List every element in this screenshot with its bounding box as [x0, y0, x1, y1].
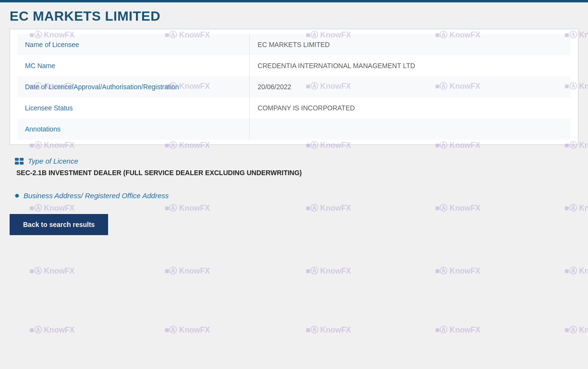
svg-rect-0: [15, 158, 19, 161]
page-title: EC MARKETS LIMITED: [0, 0, 588, 29]
table-row: Date of Licence/Approval/Authorisation/R…: [17, 76, 571, 97]
table-label-cell: Date of Licence/Approval/Authorisation/R…: [17, 76, 250, 97]
watermark: ■Ⓐ KnowFX: [165, 203, 210, 214]
watermark: ■Ⓐ KnowFX: [435, 266, 480, 276]
watermark: ■Ⓐ KnowFX: [306, 325, 351, 335]
watermark: ■Ⓐ KnowFX: [435, 325, 480, 335]
table-value-cell: COMPANY IS INCORPORATED: [250, 97, 571, 119]
page-wrapper: ■Ⓐ KnowFX■Ⓐ KnowFX■Ⓐ KnowFX■Ⓐ KnowFX■Ⓐ K…: [0, 0, 588, 369]
table-row: MC NameCREDENTIA INTERNATIONAL MANAGEMEN…: [17, 55, 571, 76]
svg-rect-2: [15, 162, 19, 165]
table-row: Annotations: [17, 119, 571, 140]
svg-rect-3: [20, 162, 24, 165]
watermark: ■Ⓐ KnowFX: [165, 325, 210, 335]
type-of-licence-section: Type of Licence SEC-2.1B INVESTMENT DEAL…: [10, 150, 578, 181]
address-title-label: Business Address/ Registered Office Addr…: [24, 191, 169, 200]
watermark: ■Ⓐ KnowFX: [435, 203, 480, 214]
table-label-cell: Annotations: [17, 119, 250, 140]
type-of-licence-label: Type of Licence: [28, 157, 78, 165]
watermark: ■Ⓐ KnowFX: [564, 266, 588, 276]
svg-rect-1: [20, 158, 24, 161]
table-label-cell: Licensee Status: [17, 97, 250, 119]
table-row: Name of LicenseeEC MARKETS LIMITED: [17, 34, 571, 55]
table-label-cell: MC Name: [17, 55, 250, 76]
watermark: ■Ⓐ KnowFX: [29, 266, 74, 276]
type-of-licence-title-row: Type of Licence: [14, 157, 578, 165]
watermark: ■Ⓐ KnowFX: [29, 325, 74, 335]
table-value-cell: CREDENTIA INTERNATIONAL MANAGEMENT LTD: [250, 55, 571, 76]
table-label-cell: Name of Licensee: [17, 34, 250, 55]
watermark: ■Ⓐ KnowFX: [306, 266, 351, 276]
watermark: ■Ⓐ KnowFX: [306, 203, 351, 214]
watermark: ■Ⓐ KnowFX: [29, 203, 74, 214]
back-to-search-button[interactable]: Back to search results: [10, 214, 108, 235]
watermark: ■Ⓐ KnowFX: [165, 266, 210, 276]
info-card: Name of LicenseeEC MARKETS LIMITEDMC Nam…: [10, 29, 578, 145]
top-bar: [0, 0, 588, 2]
address-title-row: ● Business Address/ Registered Office Ad…: [14, 191, 578, 200]
watermark: ■Ⓐ KnowFX: [564, 325, 588, 335]
table-value-cell: [250, 119, 571, 140]
watermark: ■Ⓐ KnowFX: [564, 203, 588, 214]
type-of-licence-value: SEC-2.1B INVESTMENT DEALER (FULL SERVICE…: [14, 169, 578, 177]
pin-icon: ●: [14, 191, 20, 200]
info-table: Name of LicenseeEC MARKETS LIMITEDMC Nam…: [17, 34, 571, 140]
table-value-cell: 20/06/2022: [250, 76, 571, 97]
table-value-cell: EC MARKETS LIMITED: [250, 34, 571, 55]
grid-icon: [14, 157, 24, 165]
table-row: Licensee StatusCOMPANY IS INCORPORATED: [17, 97, 571, 119]
address-section: ● Business Address/ Registered Office Ad…: [10, 186, 578, 204]
